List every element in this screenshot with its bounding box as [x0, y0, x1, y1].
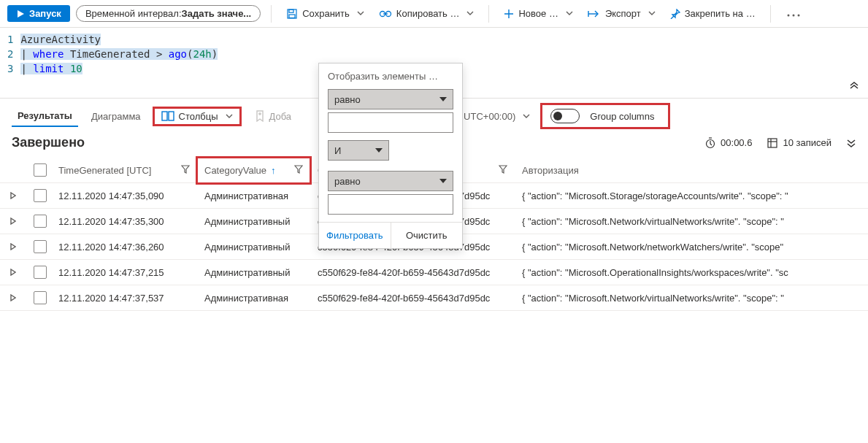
column-header-auth[interactable]: Авторизация: [515, 158, 868, 183]
plus-icon: [504, 9, 514, 19]
table-row: 12.11.2020 14:47:37,215Административныйc…: [0, 260, 868, 285]
record-count: 10 записей: [767, 137, 831, 149]
cell-time: 12.11.2020 14:47:35,300: [51, 209, 197, 234]
cell-category: Административный: [197, 209, 310, 234]
time-range-pill[interactable]: Временной интервал: Задать значе...: [76, 5, 261, 22]
group-columns-toggle[interactable]: [550, 109, 580, 123]
filter-icon[interactable]: [294, 165, 303, 176]
cell-time: 12.11.2020 14:47:35,090: [51, 183, 197, 209]
link-icon: [379, 9, 392, 19]
save-button[interactable]: Сохранить: [282, 5, 369, 23]
tab-chart[interactable]: Диаграмма: [85, 107, 147, 126]
pin-icon: [670, 9, 680, 19]
add-bookmark-button[interactable]: Доба: [247, 107, 299, 125]
svg-rect-2: [289, 15, 295, 18]
expand-row-button[interactable]: [7, 243, 19, 250]
expand-row-button[interactable]: [7, 269, 19, 276]
filter-apply-button[interactable]: Фильтровать: [319, 223, 391, 248]
more-button[interactable]: [781, 5, 806, 22]
run-button[interactable]: Запуск: [7, 5, 70, 22]
table-row: 12.11.2020 14:47:37,537Административнаяc…: [0, 285, 868, 311]
timezone-selector[interactable]: UTC+00:00): [459, 108, 534, 125]
chevron-down-icon: [566, 8, 573, 19]
svg-rect-11: [162, 112, 167, 120]
pin-button[interactable]: Закрепить на …: [666, 5, 760, 22]
svg-rect-12: [169, 112, 174, 120]
chevron-down-icon: [466, 8, 474, 19]
cell-auth: { "action": "Microsoft.Network/networkWa…: [515, 234, 868, 260]
divider: [488, 5, 489, 23]
columns-button[interactable]: Столбцы: [154, 108, 240, 125]
expand-row-button[interactable]: [7, 192, 19, 199]
cell-time: 12.11.2020 14:47:37,215: [51, 260, 197, 285]
sort-asc-icon: ↑: [271, 165, 276, 176]
cell-time: 12.11.2020 14:47:36,260: [51, 234, 197, 260]
line-gutter: 1 2 3: [0, 32, 20, 76]
row-checkbox[interactable]: [34, 215, 47, 228]
divider: [271, 5, 272, 23]
play-icon: [16, 9, 25, 18]
bookmark-icon: [255, 110, 265, 122]
cell-category: Административная: [197, 183, 310, 209]
column-header-time[interactable]: TimeGenerated [UTC]: [51, 158, 197, 183]
svg-point-9: [792, 15, 794, 17]
cell-category: Административный: [197, 260, 310, 285]
double-chevron-down-icon: [846, 138, 856, 148]
cell-category: Административный: [197, 234, 310, 260]
chevron-down-icon: [226, 111, 233, 122]
copy-button[interactable]: Копировать …: [375, 5, 479, 22]
filter-value-1[interactable]: [328, 112, 453, 133]
cell-auth: { "action": "Microsoft.Network/virtualNe…: [515, 285, 868, 311]
caret-down-icon: [439, 179, 447, 183]
svg-point-8: [787, 15, 789, 17]
svg-rect-14: [768, 139, 777, 147]
status-title: Завершено: [12, 135, 85, 150]
cell-auth: { "action": "Microsoft.Storage/storageAc…: [515, 183, 868, 209]
chevron-down-icon: [648, 8, 656, 19]
filter-operator-1[interactable]: равно: [328, 89, 453, 109]
double-chevron-up-icon: [849, 80, 859, 90]
filter-icon[interactable]: [499, 165, 507, 176]
filter-logic[interactable]: И: [328, 140, 389, 161]
filter-popup-title: Отобразить элементы …: [319, 63, 462, 86]
caret-down-icon: [375, 148, 383, 153]
column-header-category[interactable]: CategoryValue ↑: [197, 158, 310, 183]
chevron-down-icon: [357, 8, 364, 19]
export-icon: [588, 9, 601, 18]
elapsed-time: 00:00.6: [704, 137, 752, 149]
stopwatch-icon: [704, 137, 716, 149]
chevron-down-icon: [523, 111, 530, 122]
svg-rect-1: [289, 9, 293, 12]
collapse-editor-button[interactable]: [849, 80, 859, 92]
select-all-checkbox[interactable]: [34, 163, 47, 177]
row-checkbox[interactable]: [34, 291, 47, 304]
filter-icon[interactable]: [181, 165, 190, 176]
divider: [770, 5, 771, 23]
cell-time: 12.11.2020 14:47:37,537: [51, 285, 197, 311]
svg-point-10: [797, 15, 799, 17]
row-checkbox[interactable]: [34, 189, 47, 202]
filter-operator-2[interactable]: равно: [328, 171, 453, 191]
ellipsis-icon: [787, 14, 800, 17]
group-columns-highlight: Group columns: [542, 104, 669, 128]
filter-clear-button[interactable]: Очистить: [391, 223, 463, 248]
export-button[interactable]: Экспорт: [583, 5, 660, 22]
table-icon: [767, 137, 778, 149]
expand-row-button[interactable]: [7, 217, 19, 225]
cell-auth: { "action": "Microsoft.Network/virtualNe…: [515, 209, 868, 234]
save-icon: [286, 8, 298, 20]
new-button[interactable]: Новое …: [499, 5, 577, 22]
expand-results-button[interactable]: [846, 138, 856, 148]
cell-correlation: c550f629-fe84-420f-b659-45643d7d95dc: [310, 260, 515, 285]
toolbar: Запуск Временной интервал: Задать значе.…: [0, 0, 868, 28]
tab-results[interactable]: Результаты: [12, 106, 78, 127]
row-checkbox[interactable]: [34, 240, 47, 253]
cell-category: Административная: [197, 285, 310, 311]
expand-row-button[interactable]: [7, 294, 19, 301]
columns-highlight: Столбцы: [154, 108, 240, 125]
row-checkbox[interactable]: [34, 266, 47, 279]
columns-icon: [161, 111, 174, 121]
cell-auth: { "action": "Microsoft.OperationalInsigh…: [515, 260, 868, 285]
filter-value-2[interactable]: [328, 194, 453, 215]
group-columns-label: Group columns: [590, 111, 654, 122]
